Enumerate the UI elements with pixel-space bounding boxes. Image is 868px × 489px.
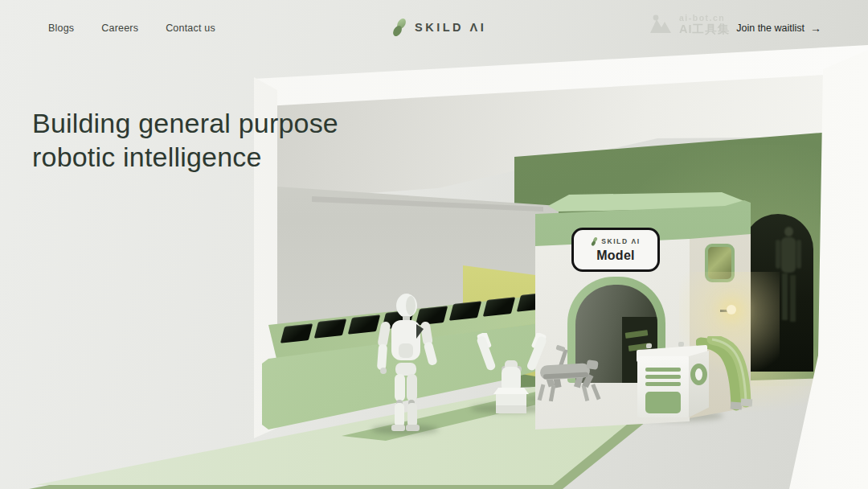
silhouette-robot-leg xyxy=(790,275,796,322)
robot-dog xyxy=(524,336,609,405)
headline-line-1: Building general purpose xyxy=(32,106,338,140)
sign-brand-text: SKILD ΛI xyxy=(601,237,641,245)
cart-hinge xyxy=(646,343,652,348)
arrow-right-icon: → xyxy=(810,22,821,35)
sign-brand-row: SKILD ΛI xyxy=(591,237,641,246)
hero-headline: Building general purpose robotic intelli… xyxy=(32,106,338,174)
cart-ring-detail xyxy=(690,364,707,385)
building-sign: SKILD ΛI Model xyxy=(571,228,660,272)
watermark-line-2: AI工具集 xyxy=(679,23,730,36)
cart-stripe xyxy=(645,368,681,372)
nav-item-blogs[interactable]: Blogs xyxy=(48,23,74,34)
humanoid-robot xyxy=(370,293,442,433)
watermark-text: ai-bot.cn AI工具集 xyxy=(679,13,730,36)
cart-green-panel xyxy=(645,392,681,413)
wall-lamp-icon xyxy=(727,305,736,314)
cart-hinge xyxy=(678,342,684,347)
cart-front-face xyxy=(637,356,689,417)
ai-bot-watermark-icon xyxy=(648,14,674,35)
skild-leaf-icon xyxy=(591,237,598,246)
nav-item-careers[interactable]: Careers xyxy=(101,23,138,34)
skild-leaf-logo-icon xyxy=(391,18,407,37)
skild-ai-landing-page: SKILD ΛI Model xyxy=(0,0,868,489)
ai-bot-watermark: ai-bot.cn AI工具集 xyxy=(648,13,730,36)
join-waitlist-button[interactable]: Join the waitlist → xyxy=(736,22,821,35)
sign-model-label: Model xyxy=(596,249,635,263)
silhouette-robot-head xyxy=(784,227,793,236)
supply-cart xyxy=(632,338,720,422)
main-nav: Blogs Careers Contact us xyxy=(48,23,215,34)
logo-text: SKILD ΛI xyxy=(415,21,486,34)
silhouette-robot-torso xyxy=(781,237,796,273)
skild-ai-logo[interactable]: SKILD ΛI xyxy=(391,18,486,37)
cart-stripe xyxy=(645,382,681,386)
site-header: Blogs Careers Contact us SKILD ΛI xyxy=(0,0,868,50)
headline-line-2: robotic intelligence xyxy=(32,140,338,174)
join-waitlist-label: Join the waitlist xyxy=(736,23,805,34)
cart-stripe xyxy=(645,375,681,379)
watermark-line-1: ai-bot.cn xyxy=(679,13,730,23)
nav-item-contact-us[interactable]: Contact us xyxy=(166,23,215,34)
silhouette-robot-arm xyxy=(796,240,801,269)
silhouette-robot-arm xyxy=(776,240,780,269)
silhouette-robot-leg xyxy=(782,273,788,320)
